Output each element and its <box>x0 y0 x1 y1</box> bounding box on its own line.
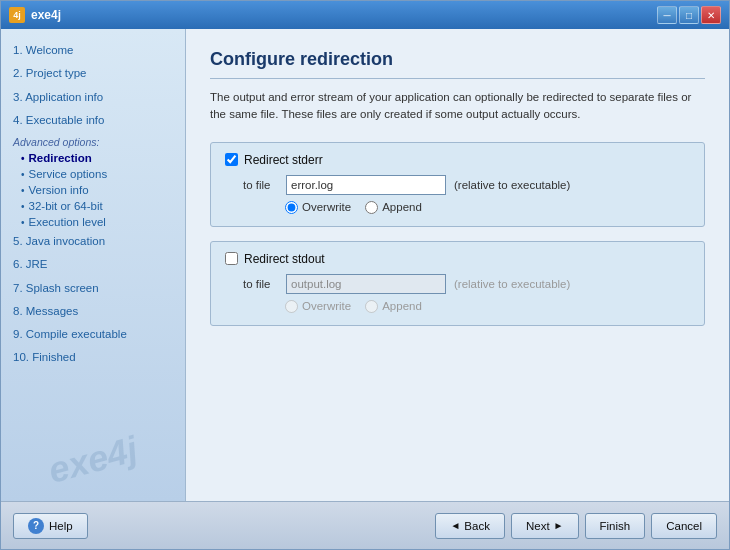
sidebar: 1. Welcome 2. Project type 3. Applicatio… <box>1 29 186 501</box>
back-arrow-icon: ◄ <box>450 520 460 531</box>
title-bar-left: 4j exe4j <box>9 7 61 23</box>
page-description: The output and error stream of your appl… <box>210 89 705 124</box>
main-panel: Configure redirection The output and err… <box>186 29 729 501</box>
content-area: 1. Welcome 2. Project type 3. Applicatio… <box>1 29 729 501</box>
redirect-stderr-label[interactable]: Redirect stderr <box>244 153 323 167</box>
next-button[interactable]: Next ► <box>511 513 579 539</box>
page-title: Configure redirection <box>210 49 705 79</box>
redirect-stdout-checkbox[interactable] <box>225 252 238 265</box>
stdout-append-radio <box>365 300 378 313</box>
redirect-stderr-checkbox[interactable] <box>225 153 238 166</box>
sidebar-item-splash-screen[interactable]: 7. Splash screen <box>1 277 185 300</box>
help-label: Help <box>49 520 73 532</box>
back-button[interactable]: ◄ Back <box>435 513 504 539</box>
sidebar-item-project-type[interactable]: 2. Project type <box>1 62 185 85</box>
cancel-button[interactable]: Cancel <box>651 513 717 539</box>
sidebar-item-service-options[interactable]: Service options <box>1 166 185 182</box>
sidebar-watermark: exe4j <box>1 416 186 501</box>
redirect-stdout-label[interactable]: Redirect stdout <box>244 252 325 266</box>
stderr-overwrite-radio[interactable] <box>285 201 298 214</box>
sidebar-item-app-info[interactable]: 3. Application info <box>1 86 185 109</box>
stdout-file-hint: (relative to executable) <box>454 278 570 290</box>
stderr-overwrite-label: Overwrite <box>302 201 351 213</box>
main-window: 4j exe4j ─ □ ✕ 1. Welcome 2. Project typ… <box>0 0 730 550</box>
sidebar-item-version-info[interactable]: Version info <box>1 182 185 198</box>
stderr-overwrite-option[interactable]: Overwrite <box>285 201 351 214</box>
stderr-file-input[interactable] <box>286 175 446 195</box>
maximize-button[interactable]: □ <box>679 6 699 24</box>
stdout-file-label: to file <box>243 278 278 290</box>
stdout-overwrite-label: Overwrite <box>302 300 351 312</box>
stdout-section: Redirect stdout to file (relative to exe… <box>210 241 705 326</box>
stdout-append-label: Append <box>382 300 422 312</box>
stdout-overwrite-option: Overwrite <box>285 300 351 313</box>
stdout-append-option: Append <box>365 300 422 313</box>
next-label: Next <box>526 520 550 532</box>
stderr-append-label: Append <box>382 201 422 213</box>
app-icon: 4j <box>9 7 25 23</box>
stderr-file-hint: (relative to executable) <box>454 179 570 191</box>
advanced-options-label: Advanced options: <box>1 132 185 150</box>
stdout-radio-row: Overwrite Append <box>285 300 690 313</box>
stderr-append-option[interactable]: Append <box>365 201 422 214</box>
footer-right: ◄ Back Next ► Finish Cancel <box>435 513 717 539</box>
sidebar-item-java-invocation[interactable]: 5. Java invocation <box>1 230 185 253</box>
sidebar-item-32-64-bit[interactable]: 32-bit or 64-bit <box>1 198 185 214</box>
title-controls: ─ □ ✕ <box>657 6 721 24</box>
back-label: Back <box>464 520 490 532</box>
close-button[interactable]: ✕ <box>701 6 721 24</box>
window-title: exe4j <box>31 8 61 22</box>
sidebar-item-finished[interactable]: 10. Finished <box>1 346 185 369</box>
footer-left: ? Help <box>13 513 427 539</box>
sidebar-item-welcome[interactable]: 1. Welcome <box>1 39 185 62</box>
minimize-button[interactable]: ─ <box>657 6 677 24</box>
finish-button[interactable]: Finish <box>585 513 646 539</box>
stderr-section: Redirect stderr to file (relative to exe… <box>210 142 705 227</box>
stdout-overwrite-radio <box>285 300 298 313</box>
stderr-radio-row: Overwrite Append <box>285 201 690 214</box>
stderr-checkbox-row: Redirect stderr <box>225 153 690 167</box>
help-icon: ? <box>28 518 44 534</box>
sidebar-item-execution-level[interactable]: Execution level <box>1 214 185 230</box>
stderr-file-row: to file (relative to executable) <box>243 175 690 195</box>
stdout-file-row: to file (relative to executable) <box>243 274 690 294</box>
stdout-file-input[interactable] <box>286 274 446 294</box>
next-arrow-icon: ► <box>554 520 564 531</box>
stdout-checkbox-row: Redirect stdout <box>225 252 690 266</box>
stderr-append-radio[interactable] <box>365 201 378 214</box>
title-bar: 4j exe4j ─ □ ✕ <box>1 1 729 29</box>
help-button[interactable]: ? Help <box>13 513 88 539</box>
sidebar-item-jre[interactable]: 6. JRE <box>1 253 185 276</box>
sidebar-item-messages[interactable]: 8. Messages <box>1 300 185 323</box>
footer: ? Help ◄ Back Next ► Finish Cancel <box>1 501 729 549</box>
finish-label: Finish <box>600 520 631 532</box>
cancel-label: Cancel <box>666 520 702 532</box>
sidebar-item-redirection[interactable]: Redirection <box>1 150 185 166</box>
sidebar-item-exe-info[interactable]: 4. Executable info <box>1 109 185 132</box>
stderr-file-label: to file <box>243 179 278 191</box>
sidebar-item-compile-executable[interactable]: 9. Compile executable <box>1 323 185 346</box>
